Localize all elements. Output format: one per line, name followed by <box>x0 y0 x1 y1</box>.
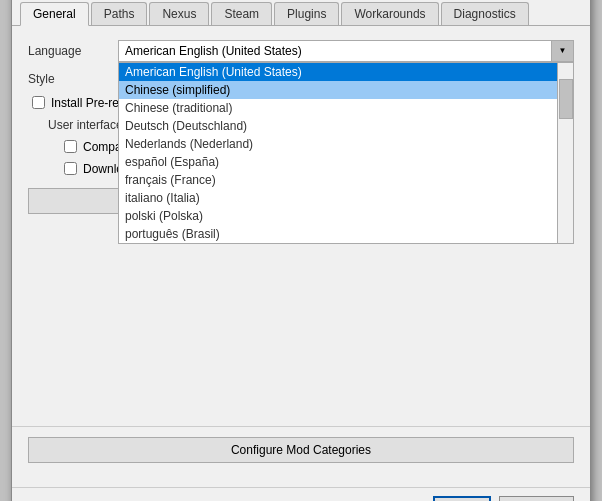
language-option-8[interactable]: polski (Polska) <box>119 207 557 225</box>
language-select-wrapper: American English (United States) ▼ Ameri… <box>118 40 574 62</box>
tab-bar: General Paths Nexus Steam Plugins Workar… <box>12 0 590 26</box>
dropdown-scrollbar[interactable] <box>557 63 573 243</box>
style-label: Style <box>28 72 118 86</box>
scrollbar-thumb <box>559 79 573 119</box>
language-option-6[interactable]: français (France) <box>119 171 557 189</box>
compact-download-checkbox[interactable] <box>64 140 77 153</box>
tab-nexus[interactable]: Nexus <box>149 2 209 25</box>
settings-window: ⚙ Settings ? ✕ General Paths Nexus Steam… <box>11 0 591 501</box>
language-option-7[interactable]: italiano (Italia) <box>119 189 557 207</box>
language-row: Language American English (United States… <box>28 40 574 62</box>
language-option-4[interactable]: Nederlands (Nederland) <box>119 135 557 153</box>
language-option-2[interactable]: Chinese (traditional) <box>119 99 557 117</box>
dropdown-options: American English (United States) Chinese… <box>119 63 557 243</box>
tab-diagnostics[interactable]: Diagnostics <box>441 2 529 25</box>
language-option-0[interactable]: American English (United States) <box>119 63 557 81</box>
dropdown-arrow-icon[interactable]: ▼ <box>551 41 573 61</box>
download-meta-checkbox[interactable] <box>64 162 77 175</box>
dialog-buttons: OK Cancel <box>12 487 590 502</box>
language-dropdown-list[interactable]: American English (United States) Chinese… <box>118 62 574 244</box>
tab-workarounds[interactable]: Workarounds <box>341 2 438 25</box>
bottom-area: Configure Mod Categories <box>12 426 590 487</box>
language-option-5[interactable]: español (España) <box>119 153 557 171</box>
ok-button[interactable]: OK <box>433 496 490 502</box>
cancel-button[interactable]: Cancel <box>499 496 574 502</box>
language-dropdown[interactable]: American English (United States) ▼ <box>118 40 574 62</box>
language-option-3[interactable]: Deutsch (Deutschland) <box>119 117 557 135</box>
tab-paths[interactable]: Paths <box>91 2 148 25</box>
language-option-1[interactable]: Chinese (simplified) <box>119 81 557 99</box>
language-option-9[interactable]: português (Brasil) <box>119 225 557 243</box>
prereleases-checkbox[interactable] <box>32 96 45 109</box>
language-selected-value: American English (United States) <box>125 44 302 58</box>
content-area: Language American English (United States… <box>12 26 590 426</box>
configure-mod-button[interactable]: Configure Mod Categories <box>28 437 574 463</box>
tab-plugins[interactable]: Plugins <box>274 2 339 25</box>
language-label: Language <box>28 44 118 58</box>
tab-steam[interactable]: Steam <box>211 2 272 25</box>
tab-general[interactable]: General <box>20 2 89 26</box>
